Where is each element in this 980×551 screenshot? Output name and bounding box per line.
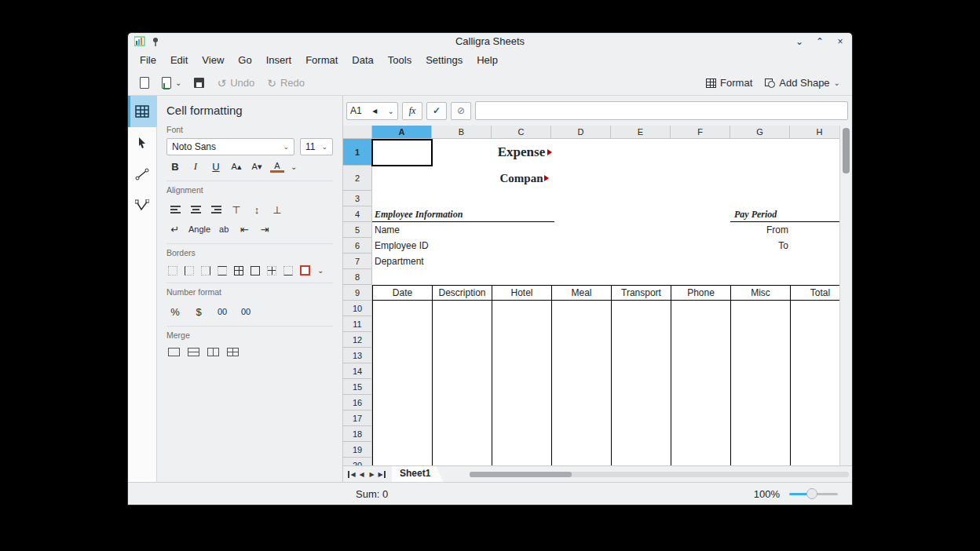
window-maximize-button[interactable]: ⌃ (814, 36, 825, 47)
row-header-5[interactable]: 5 (343, 222, 372, 238)
formula-input[interactable] (475, 101, 848, 120)
window-shade-button[interactable]: ⌄ (794, 36, 805, 47)
menu-insert[interactable]: Insert (259, 51, 299, 69)
row-header-14[interactable]: 14 (343, 363, 372, 379)
menu-settings[interactable]: Settings (419, 51, 470, 69)
row-header-9[interactable]: 9 (343, 285, 372, 301)
vertical-text-button[interactable]: ab (217, 222, 231, 236)
grow-font-button[interactable]: A▴ (229, 159, 243, 173)
column-header-d[interactable]: D (551, 126, 611, 139)
border-color-chevron-icon[interactable]: ⌄ (317, 266, 324, 275)
column-header-h[interactable]: H (790, 126, 839, 139)
align-bottom-button[interactable]: ⊥ (270, 203, 284, 217)
unmerge-cells-button[interactable] (227, 348, 239, 356)
align-top-button[interactable]: ⊤ (229, 203, 243, 217)
font-size-select[interactable]: 11 ⌄ (300, 138, 333, 155)
new-document-button[interactable] (135, 75, 154, 91)
font-family-select[interactable]: Noto Sans ⌄ (166, 138, 294, 155)
row-header-8[interactable]: 8 (343, 269, 372, 285)
align-right-button[interactable] (209, 203, 223, 217)
horizontal-scrollbar-thumb[interactable] (470, 472, 572, 477)
header-description[interactable]: Description (433, 286, 492, 300)
header-date[interactable]: Date (373, 286, 433, 300)
column-header-e[interactable]: E (611, 126, 671, 139)
header-hotel[interactable]: Hotel (492, 286, 552, 300)
cell-reference-box[interactable]: A1 ◂ ⌄ (346, 102, 398, 120)
add-shape-button[interactable]: Add Shape⌄ (760, 75, 845, 91)
underline-button[interactable]: U (209, 159, 223, 173)
border-bottom-button[interactable] (283, 266, 293, 276)
menu-view[interactable]: View (195, 51, 231, 69)
vertical-scrollbar[interactable] (839, 126, 852, 465)
column-header-g[interactable]: G (730, 126, 790, 139)
function-button[interactable]: fx (402, 102, 422, 120)
cell-name-label[interactable]: Name (372, 222, 490, 238)
next-sheet-button[interactable]: ▶ (367, 471, 377, 478)
font-color-chevron-icon[interactable]: ⌄ (291, 162, 297, 171)
align-left-button[interactable] (168, 203, 182, 217)
row-header-7[interactable]: 7 (343, 254, 372, 269)
cell-employee-id-label[interactable]: Employee ID (372, 238, 490, 254)
row-header-11[interactable]: 11 (343, 316, 372, 332)
row-header-19[interactable]: 19 (343, 442, 372, 458)
column-header-f[interactable]: F (671, 126, 730, 139)
save-button[interactable] (189, 75, 209, 90)
zoom-slider[interactable] (789, 487, 838, 500)
border-outer-button[interactable] (250, 266, 260, 276)
percent-format-button[interactable]: % (168, 305, 182, 319)
header-transport[interactable]: Transport (612, 286, 671, 300)
menu-format[interactable]: Format (298, 51, 345, 69)
border-none-button[interactable] (168, 266, 177, 276)
merge-horizontal-button[interactable] (188, 348, 199, 356)
cell-tool-button[interactable] (128, 96, 157, 127)
wrap-text-button[interactable]: ↵ (168, 222, 182, 236)
accept-entry-button[interactable]: ✓ (426, 102, 447, 120)
horizontal-scrollbar[interactable] (470, 466, 849, 482)
menu-file[interactable]: File (133, 51, 163, 69)
font-color-button[interactable]: A (270, 160, 284, 173)
redo-button[interactable]: ↻Redo (262, 75, 309, 92)
path-tool-button[interactable] (128, 190, 157, 221)
decrease-precision-button[interactable]: 00 (239, 305, 253, 319)
header-total[interactable]: Total (791, 286, 839, 300)
open-document-button[interactable]: ⌄ (157, 75, 186, 91)
row-header-13[interactable]: 13 (343, 348, 372, 363)
selected-cell[interactable] (371, 139, 433, 166)
row-header-1[interactable]: 1 (343, 139, 372, 166)
cell-pay-period[interactable]: Pay Period (730, 206, 839, 222)
format-button[interactable]: Format (701, 75, 757, 91)
decrease-indent-button[interactable]: ⇤ (237, 222, 251, 236)
merge-vertical-button[interactable] (207, 348, 219, 356)
cell-grid[interactable]: 1 2 3 4 5 6 7 8 9 10 11 12 13 (343, 139, 839, 465)
menu-data[interactable]: Data (345, 51, 380, 69)
menu-tools[interactable]: Tools (381, 51, 419, 69)
increase-precision-button[interactable]: 00 (215, 305, 229, 319)
first-sheet-button[interactable]: ◀ (348, 471, 357, 478)
column-header-c[interactable]: C (492, 126, 551, 139)
border-left-button[interactable] (185, 266, 194, 276)
cell-employee-information[interactable]: Employee Information (372, 206, 554, 222)
menu-edit[interactable]: Edit (163, 51, 195, 69)
shrink-font-button[interactable]: A▾ (250, 159, 264, 173)
row-header-3[interactable]: 3 (343, 191, 372, 206)
merge-cells-button[interactable] (168, 348, 180, 356)
menu-help[interactable]: Help (470, 51, 505, 69)
row-header-10[interactable]: 10 (343, 301, 372, 316)
italic-button[interactable]: I (188, 159, 203, 173)
border-right-button[interactable] (201, 266, 210, 276)
border-inner-button[interactable] (267, 266, 276, 276)
connector-tool-button[interactable] (128, 159, 157, 190)
column-header-a[interactable]: A (372, 126, 432, 139)
currency-format-button[interactable]: $ (192, 305, 206, 319)
last-sheet-button[interactable]: ▶ (377, 471, 386, 478)
window-close-button[interactable]: × (835, 36, 846, 47)
cell-company-line[interactable]: Compan (492, 166, 551, 191)
row-header-17[interactable]: 17 (343, 411, 372, 426)
align-middle-button[interactable]: ↕ (250, 203, 264, 217)
selection-tool-button[interactable] (128, 127, 157, 159)
row-header-2[interactable]: 2 (343, 166, 372, 191)
sheet-tab-sheet1[interactable]: Sheet1 (392, 466, 443, 482)
vertical-scrollbar-thumb[interactable] (843, 128, 850, 173)
border-top-bottom-button[interactable] (218, 266, 227, 276)
zoom-slider-knob[interactable] (806, 488, 817, 499)
